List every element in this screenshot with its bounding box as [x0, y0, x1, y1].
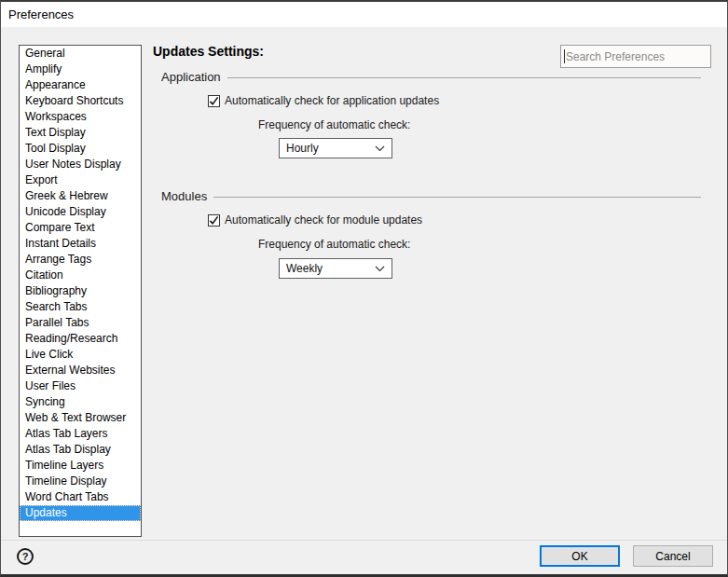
- preferences-category-list: GeneralAmplifyAppearanceKeyboard Shortcu…: [19, 45, 142, 537]
- section-divider: [227, 77, 701, 78]
- sidebar-item-timeline-layers[interactable]: Timeline Layers: [20, 458, 141, 474]
- title-bar: Preferences: [1, 2, 727, 27]
- cancel-button[interactable]: Cancel: [633, 545, 713, 567]
- sidebar-item-keyboard-shortcuts[interactable]: Keyboard Shortcuts: [20, 93, 141, 109]
- sidebar-item-timeline-display[interactable]: Timeline Display: [20, 474, 141, 489]
- application-frequency-label: Frequency of automatic check:: [258, 118, 410, 131]
- sidebar-item-tool-display[interactable]: Tool Display: [20, 141, 141, 157]
- checkmark-icon: [209, 96, 219, 106]
- application-updates-checkbox-row: Automatically check for application upda…: [208, 94, 439, 107]
- modules-frequency-label: Frequency of automatic check:: [258, 238, 410, 251]
- question-mark-icon: ?: [22, 551, 29, 562]
- sidebar-item-greek-hebrew[interactable]: Greek & Hebrew: [20, 188, 141, 204]
- sidebar-item-unicode-display[interactable]: Unicode Display: [20, 204, 141, 220]
- checkmark-icon: [209, 215, 219, 226]
- section-application-header: Application: [161, 70, 701, 84]
- sidebar-item-reading-research[interactable]: Reading/Research: [20, 331, 141, 347]
- sidebar-item-parallel-tabs[interactable]: Parallel Tabs: [20, 315, 141, 331]
- search-placeholder: Search Preferences: [566, 50, 665, 63]
- sidebar-item-amplify[interactable]: Amplify: [20, 62, 141, 77]
- window-title: Preferences: [8, 7, 74, 21]
- chevron-down-icon: [375, 145, 385, 152]
- modules-frequency-dropdown[interactable]: Weekly: [279, 258, 392, 279]
- section-divider: [213, 197, 701, 198]
- sidebar-item-user-notes-display[interactable]: User Notes Display: [20, 157, 141, 172]
- module-updates-checkbox-label[interactable]: Automatically check for module updates: [225, 213, 422, 227]
- sidebar-item-citation[interactable]: Citation: [20, 268, 141, 283]
- footer-divider: [1, 540, 727, 541]
- application-updates-checkbox-label[interactable]: Automatically check for application upda…: [225, 94, 439, 107]
- search-input[interactable]: Search Preferences: [560, 45, 711, 68]
- sidebar-item-workspaces[interactable]: Workspaces: [20, 109, 141, 125]
- application-frequency-value: Hourly: [286, 142, 375, 155]
- sidebar-item-bibliography[interactable]: Bibliography: [20, 283, 141, 299]
- section-1-checkbox[interactable]: [208, 214, 220, 227]
- sidebar-item-export[interactable]: Export: [20, 172, 141, 188]
- sidebar-item-syncing[interactable]: Syncing: [20, 394, 141, 410]
- text-caret: [564, 49, 565, 63]
- module-updates-checkbox-row: Automatically check for module updates: [208, 213, 422, 227]
- page-title: Updates Settings:: [153, 44, 264, 59]
- sidebar-item-instant-details[interactable]: Instant Details: [20, 236, 141, 252]
- sidebar-item-external-websites[interactable]: External Websites: [20, 363, 141, 378]
- section-application-title: Application: [161, 70, 221, 84]
- application-frequency-dropdown[interactable]: Hourly: [279, 138, 392, 158]
- sidebar-item-word-chart-tabs[interactable]: Word Chart Tabs: [20, 489, 141, 505]
- sidebar-item-updates[interactable]: Updates: [20, 505, 141, 521]
- section-0-checkbox[interactable]: [208, 95, 220, 107]
- ok-button[interactable]: OK: [540, 545, 620, 567]
- sidebar-item-user-files[interactable]: User Files: [20, 378, 141, 394]
- section-modules-title: Modules: [161, 189, 207, 203]
- section-modules-header: Modules: [161, 189, 701, 203]
- help-button[interactable]: ?: [17, 548, 34, 565]
- sidebar-item-atlas-tab-display[interactable]: Atlas Tab Display: [20, 442, 141, 458]
- sidebar-item-appearance[interactable]: Appearance: [20, 77, 141, 93]
- preferences-dialog: Preferences GeneralAmplifyAppearanceKeyb…: [0, 0, 728, 577]
- chevron-down-icon: [375, 266, 385, 272]
- sidebar-item-arrange-tags[interactable]: Arrange Tags: [20, 252, 141, 268]
- sidebar-item-live-click[interactable]: Live Click: [20, 347, 141, 363]
- sidebar-item-compare-text[interactable]: Compare Text: [20, 220, 141, 236]
- modules-frequency-value: Weekly: [286, 262, 375, 275]
- sidebar-item-text-display[interactable]: Text Display: [20, 125, 141, 141]
- sidebar-item-search-tabs[interactable]: Search Tabs: [20, 299, 141, 315]
- sidebar-item-general[interactable]: General: [20, 46, 141, 62]
- sidebar-item-web-text-browser[interactable]: Web & Text Browser: [20, 410, 141, 426]
- sidebar-item-atlas-tab-layers[interactable]: Atlas Tab Layers: [20, 426, 141, 442]
